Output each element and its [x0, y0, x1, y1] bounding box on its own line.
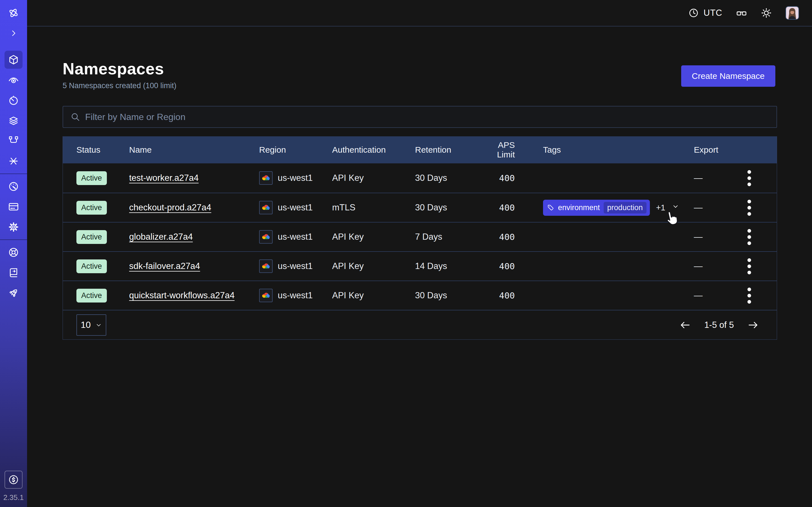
- timezone-selector[interactable]: UTC: [688, 8, 722, 18]
- namespace-link[interactable]: quickstart-workflows.a27a4: [129, 290, 235, 300]
- region-label: us-west1: [278, 173, 313, 183]
- retention-value: 14 Days: [415, 261, 479, 271]
- filter-input[interactable]: [85, 112, 769, 122]
- app-version: 2.35.1: [3, 493, 24, 502]
- accessibility-glasses-button[interactable]: [736, 7, 747, 18]
- previous-page-button[interactable]: [679, 320, 691, 331]
- sidebar-item-deployments[interactable]: [4, 112, 22, 129]
- sidebar-item-workflows[interactable]: [4, 71, 22, 89]
- retention-value: 30 Days: [415, 290, 479, 300]
- status-badge: Active: [77, 201, 107, 215]
- temporal-logo-icon[interactable]: [4, 4, 22, 22]
- row-actions-menu-button[interactable]: [736, 258, 751, 274]
- region-label: us-west1: [278, 232, 313, 242]
- col-header-region: Region: [259, 145, 332, 155]
- table-row: Active globalizer.a27a4: [63, 222, 777, 251]
- row-actions-menu-button[interactable]: [736, 288, 751, 304]
- gcp-cloud-icon: [259, 171, 273, 185]
- status-badge: Active: [77, 289, 107, 302]
- col-header-aps-limit: APS Limit: [479, 140, 515, 159]
- sidebar: 2.35.1: [0, 0, 27, 507]
- gcp-cloud-icon: [259, 289, 273, 302]
- tags-expand-chevron[interactable]: [672, 203, 679, 213]
- gcp-cloud-icon: [259, 201, 273, 214]
- layers-icon: [8, 115, 19, 126]
- namespaces-table: Status Name Region Authentication Retent…: [63, 136, 777, 340]
- retention-value: 30 Days: [415, 203, 479, 213]
- search-icon: [70, 112, 80, 122]
- sidebar-item-support[interactable]: [4, 243, 22, 262]
- book-plus-icon: [8, 267, 19, 278]
- aps-limit-value: 400: [479, 290, 515, 300]
- tags-cell: [515, 290, 694, 301]
- tag-value: production: [604, 202, 647, 214]
- tag-icon: [547, 204, 554, 211]
- status-badge: Active: [77, 171, 107, 185]
- sidebar-item-settings[interactable]: [4, 218, 22, 236]
- row-actions-menu-button[interactable]: [736, 170, 751, 186]
- authentication-value: mTLS: [332, 203, 415, 213]
- timezone-label: UTC: [703, 8, 722, 18]
- chevron-down-icon: [672, 203, 679, 210]
- export-value: —: [694, 261, 736, 271]
- usage-dollar-button[interactable]: [4, 471, 22, 489]
- sidebar-item-batch[interactable]: [4, 152, 22, 170]
- authentication-value: API Key: [332, 232, 415, 242]
- namespace-link[interactable]: sdk-failover.a27a4: [129, 261, 200, 271]
- aps-limit-value: 400: [479, 203, 515, 213]
- table-row: Active quickstart-workflows.a27a4: [63, 281, 777, 310]
- clock-icon: [688, 8, 699, 18]
- topbar: UTC: [27, 0, 812, 26]
- namespace-link[interactable]: checkout-prod.a27a4: [129, 203, 211, 212]
- sidebar-item-billing[interactable]: [4, 198, 22, 216]
- sidebar-divider: [0, 173, 27, 174]
- user-avatar[interactable]: [785, 6, 799, 20]
- gauge-icon: [8, 181, 19, 192]
- namespace-link[interactable]: globalizer.a27a4: [129, 232, 193, 242]
- region-label: us-west1: [278, 261, 313, 271]
- aps-limit-value: 400: [479, 173, 515, 183]
- sidebar-item-docs[interactable]: [4, 264, 22, 282]
- export-value: —: [694, 232, 736, 242]
- pagination-range-label: 1-5 of 5: [704, 320, 734, 330]
- authentication-value: API Key: [332, 290, 415, 300]
- row-actions-menu-button[interactable]: [736, 229, 751, 245]
- sidebar-expand-chevron-icon[interactable]: [4, 24, 22, 42]
- credit-card-icon: [8, 201, 19, 212]
- page-size-select[interactable]: 10: [77, 314, 106, 336]
- sidebar-item-namespaces[interactable]: [4, 51, 22, 69]
- asterisk-icon: [8, 156, 19, 167]
- app-window: 2.35.1 UTC Namespaces 5 Namespaces creat…: [0, 0, 812, 507]
- timer-icon: [8, 95, 19, 106]
- theme-toggle-button[interactable]: [761, 7, 772, 18]
- page-size-value: 10: [81, 320, 91, 330]
- sun-icon: [761, 7, 772, 18]
- namespace-link[interactable]: test-worker.a27a4: [129, 173, 199, 183]
- glasses-icon: [736, 7, 747, 18]
- export-value: —: [694, 290, 736, 300]
- tags-more-count: +1: [656, 203, 665, 212]
- gcp-cloud-icon: [259, 260, 273, 273]
- export-value: —: [694, 173, 736, 183]
- sidebar-item-nexus[interactable]: [4, 132, 22, 150]
- sidebar-item-schedules[interactable]: [4, 91, 22, 109]
- table-header-row: Status Name Region Authentication Retent…: [63, 136, 777, 163]
- pagination: 1-5 of 5: [679, 320, 759, 331]
- flow-branch-icon: [8, 135, 19, 147]
- next-page-button[interactable]: [748, 320, 759, 331]
- page-title: Namespaces: [63, 59, 777, 78]
- sidebar-item-monitoring[interactable]: [4, 177, 22, 195]
- region-label: us-west1: [278, 203, 313, 213]
- main-content: Namespaces 5 Namespaces created (100 lim…: [27, 26, 812, 507]
- tag-pill[interactable]: environment production: [543, 200, 650, 216]
- sidebar-item-getting-started[interactable]: [4, 284, 22, 302]
- row-actions-menu-button[interactable]: [736, 200, 751, 216]
- authentication-value: API Key: [332, 173, 415, 183]
- tags-cell: [515, 260, 694, 272]
- export-value: —: [694, 203, 736, 213]
- create-namespace-button[interactable]: Create Namespace: [681, 65, 775, 87]
- col-header-authentication: Authentication: [332, 145, 415, 155]
- tags-cell: [515, 231, 694, 243]
- table-footer: 10 1-5 of 5: [63, 310, 777, 339]
- retention-value: 7 Days: [415, 232, 479, 242]
